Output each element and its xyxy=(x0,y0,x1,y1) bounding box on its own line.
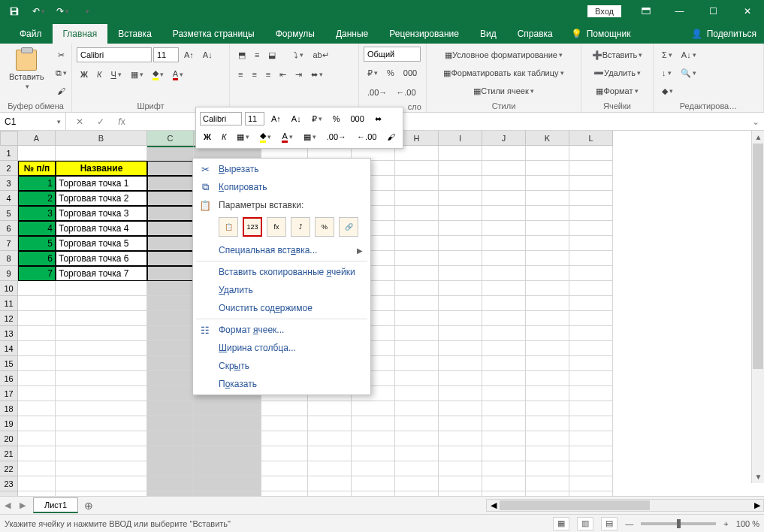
cell[interactable] xyxy=(147,251,194,266)
cell[interactable] xyxy=(526,476,569,491)
cell[interactable] xyxy=(569,431,613,446)
row-header-23[interactable]: 23 xyxy=(0,476,18,491)
vscroll-thumb[interactable] xyxy=(753,144,763,369)
mini-borders2[interactable]: ▦▾ xyxy=(300,128,320,145)
cell[interactable] xyxy=(482,371,526,386)
cell[interactable] xyxy=(482,236,526,251)
view-normal-button[interactable]: ▦ xyxy=(553,517,569,530)
cell[interactable] xyxy=(482,326,526,341)
borders-button[interactable]: ▦▾ xyxy=(127,66,147,83)
tab-home[interactable]: Главная xyxy=(53,24,108,44)
mini-inc-decimal[interactable]: .00→ xyxy=(323,128,350,145)
cell[interactable] xyxy=(352,476,395,491)
mini-increase-font[interactable]: A↑ xyxy=(267,110,285,127)
cut-button[interactable]: ✂ xyxy=(52,47,71,63)
number-format-select[interactable] xyxy=(364,47,421,62)
close-button[interactable]: ✕ xyxy=(730,0,764,23)
cell[interactable] xyxy=(526,341,569,356)
cell[interactable] xyxy=(482,281,526,296)
cell[interactable] xyxy=(261,431,308,446)
cell[interactable] xyxy=(526,386,569,401)
sheet-tab-1[interactable]: Лист1 xyxy=(33,497,78,513)
zoom-out-button[interactable]: — xyxy=(625,519,633,528)
cell[interactable] xyxy=(147,266,194,281)
cell[interactable] xyxy=(482,386,526,401)
cell[interactable] xyxy=(526,416,569,431)
paste-all-button[interactable]: 📋 xyxy=(219,217,238,237)
zoom-value[interactable]: 100 % xyxy=(736,519,759,528)
comma-button[interactable]: 000 xyxy=(400,65,421,81)
tab-view[interactable]: Вид xyxy=(470,24,507,44)
cell[interactable] xyxy=(18,431,56,446)
cell[interactable] xyxy=(395,221,439,236)
cell[interactable] xyxy=(395,266,439,281)
cell[interactable] xyxy=(439,176,482,191)
cell[interactable] xyxy=(147,236,194,251)
underline-button[interactable]: Ч▾ xyxy=(107,66,125,83)
cell[interactable]: 4 xyxy=(18,221,56,236)
cell[interactable] xyxy=(526,251,569,266)
cell[interactable] xyxy=(395,311,439,326)
mini-percent[interactable]: % xyxy=(329,110,344,127)
cell[interactable] xyxy=(56,416,147,431)
cell[interactable] xyxy=(569,446,613,461)
cell[interactable] xyxy=(308,446,352,461)
cell[interactable] xyxy=(18,356,56,371)
add-sheet-button[interactable]: ⊕ xyxy=(78,500,99,512)
cell[interactable] xyxy=(569,176,613,191)
cell[interactable] xyxy=(395,191,439,206)
cell[interactable] xyxy=(18,326,56,341)
cell[interactable] xyxy=(482,446,526,461)
cell[interactable] xyxy=(395,236,439,251)
cell[interactable]: Торговая точка 3 xyxy=(56,206,147,221)
cell[interactable]: Торговая точка 6 xyxy=(56,251,147,266)
cell[interactable] xyxy=(569,386,613,401)
align-left-button[interactable]: ≡ xyxy=(234,66,246,83)
cell[interactable] xyxy=(147,296,194,311)
mini-currency[interactable]: ₽▾ xyxy=(308,110,326,127)
row-header-14[interactable]: 14 xyxy=(0,341,18,356)
cell[interactable] xyxy=(569,326,613,341)
cell[interactable] xyxy=(147,326,194,341)
cell[interactable] xyxy=(569,146,613,161)
cell[interactable] xyxy=(147,191,194,206)
cell[interactable] xyxy=(526,161,569,176)
cell[interactable] xyxy=(147,341,194,356)
cell[interactable] xyxy=(352,491,395,496)
cell[interactable] xyxy=(395,251,439,266)
cell[interactable] xyxy=(439,491,482,496)
cell[interactable]: Торговая точка 7 xyxy=(56,266,147,281)
scroll-up-button[interactable]: ▲ xyxy=(752,131,764,144)
cell[interactable] xyxy=(439,146,482,161)
cell[interactable] xyxy=(18,461,56,476)
cell[interactable] xyxy=(261,446,308,461)
cell[interactable] xyxy=(395,446,439,461)
mini-format-painter[interactable]: 🖌 xyxy=(383,128,399,145)
cell[interactable] xyxy=(439,296,482,311)
cell[interactable] xyxy=(569,476,613,491)
cell[interactable] xyxy=(395,386,439,401)
cell[interactable] xyxy=(482,476,526,491)
row-header-6[interactable]: 6 xyxy=(0,221,18,236)
cell[interactable] xyxy=(482,431,526,446)
paste-values-button[interactable]: 123 xyxy=(243,217,262,237)
cell[interactable] xyxy=(395,281,439,296)
sheet-nav-prev[interactable]: ◀ xyxy=(0,500,15,510)
cell[interactable] xyxy=(395,371,439,386)
hscroll-thumb[interactable] xyxy=(500,500,650,510)
tab-insert[interactable]: Вставка xyxy=(107,24,162,44)
cell[interactable]: № п/п xyxy=(18,161,56,176)
cell[interactable] xyxy=(526,311,569,326)
cell[interactable] xyxy=(352,446,395,461)
row-header-13[interactable]: 13 xyxy=(0,326,18,341)
cell[interactable] xyxy=(352,431,395,446)
minimize-button[interactable]: — xyxy=(663,0,696,23)
mini-borders[interactable]: ▦▾ xyxy=(233,128,253,145)
undo-button[interactable]: ↶▾ xyxy=(29,2,48,21)
row-header-1[interactable]: 1 xyxy=(0,146,18,161)
cell[interactable] xyxy=(439,251,482,266)
cell[interactable] xyxy=(395,176,439,191)
cell[interactable] xyxy=(482,161,526,176)
cell[interactable] xyxy=(18,341,56,356)
cell[interactable] xyxy=(526,176,569,191)
